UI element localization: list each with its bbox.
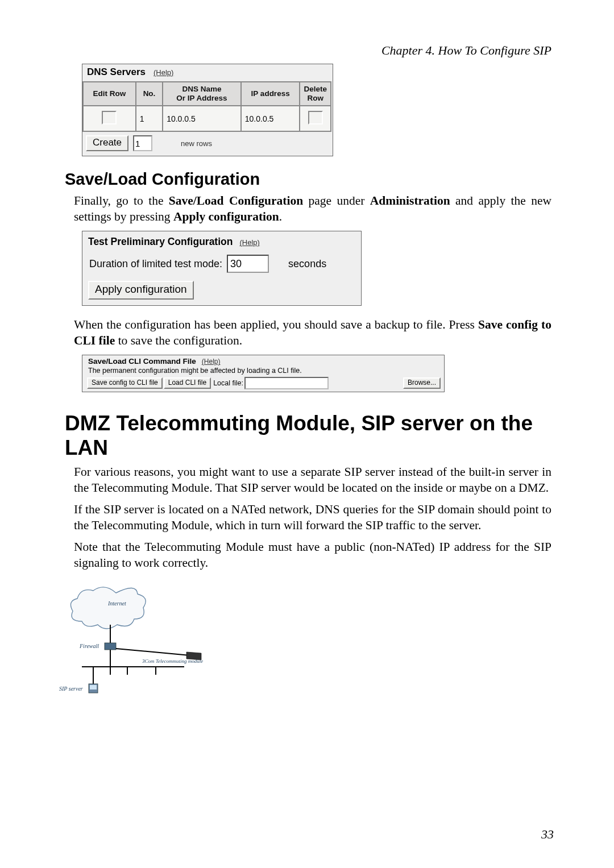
- edit-row-checkbox[interactable]: [102, 111, 117, 124]
- duration-input[interactable]: [227, 255, 269, 273]
- create-count-input[interactable]: [133, 135, 152, 151]
- para-1: Finally, go to the Save/Load Configurati…: [74, 193, 551, 225]
- dns-table: Edit Row No. DNS Name Or IP Address IP a…: [82, 81, 331, 132]
- dns-title: DNS Servers: [87, 67, 146, 78]
- save-config-cli-button[interactable]: Save config to CLI file: [87, 377, 163, 389]
- svg-rect-1: [105, 643, 116, 650]
- new-rows-label: new rows: [181, 139, 212, 148]
- col-no: No.: [136, 82, 163, 106]
- cli-panel: Save/Load CLI Command File (Help) The pe…: [82, 355, 445, 392]
- col-edit-row: Edit Row: [83, 82, 136, 106]
- duration-label: Duration of limited test mode:: [89, 258, 222, 270]
- para-3: For various reasons, you might want to u…: [74, 464, 551, 496]
- table-row: 1 10.0.0.5 10.0.0.5: [83, 106, 331, 131]
- load-cli-file-button[interactable]: Load CLI file: [164, 377, 211, 389]
- cell-ip: 10.0.0.5: [241, 106, 300, 131]
- col-ip: IP address: [241, 82, 300, 106]
- test-config-panel: Test Preliminary Configuration (Help) Du…: [82, 231, 362, 306]
- local-file-label: Local file:: [213, 379, 243, 387]
- diagram-module-label: 3Com Telecommuting module: [142, 658, 203, 664]
- local-file-input[interactable]: [244, 377, 329, 389]
- seconds-label: seconds: [288, 258, 326, 270]
- diagram-internet-label: Internet: [107, 600, 126, 607]
- network-diagram: Internet Firewall 3Com Telecommuting mod…: [59, 582, 275, 701]
- diagram-firewall-label: Firewall: [79, 643, 99, 649]
- svg-rect-12: [90, 685, 97, 690]
- help-link[interactable]: (Help): [202, 358, 221, 366]
- svg-line-8: [116, 649, 190, 655]
- diagram-sip-label: SIP server: [59, 686, 83, 692]
- chapter-header: Chapter 4. How To Configure SIP: [74, 43, 551, 58]
- delete-row-checkbox[interactable]: [308, 111, 323, 124]
- para-5: Note that the Telecommuting Module must …: [74, 539, 551, 571]
- col-delete: Delete Row: [300, 82, 331, 106]
- help-link[interactable]: (Help): [239, 238, 259, 247]
- para-2: When the configuration has been applied,…: [74, 317, 551, 349]
- cell-no: 1: [136, 106, 163, 131]
- col-dns-name: DNS Name Or IP Address: [163, 82, 241, 106]
- cli-title: Save/Load CLI Command File: [88, 357, 196, 366]
- help-link[interactable]: (Help): [154, 68, 173, 77]
- dns-servers-panel: DNS Servers (Help) Edit Row No. DNS Name…: [82, 64, 333, 156]
- test-title: Test Preliminary Configuration: [88, 236, 233, 248]
- section-dmz-heading: DMZ Telecommuting Module, SIP server on …: [65, 412, 551, 460]
- cli-note: The permanent configuration might be aff…: [82, 366, 444, 377]
- browse-button[interactable]: Browse...: [403, 377, 441, 389]
- cell-dns-name: 10.0.0.5: [163, 106, 241, 131]
- apply-configuration-button[interactable]: Apply configuration: [88, 281, 194, 300]
- create-button[interactable]: Create: [86, 135, 128, 151]
- page-number: 33: [541, 827, 554, 842]
- section-saveload-heading: Save/Load Configuration: [65, 170, 551, 189]
- para-4: If the SIP server is located on a NATed …: [74, 502, 551, 534]
